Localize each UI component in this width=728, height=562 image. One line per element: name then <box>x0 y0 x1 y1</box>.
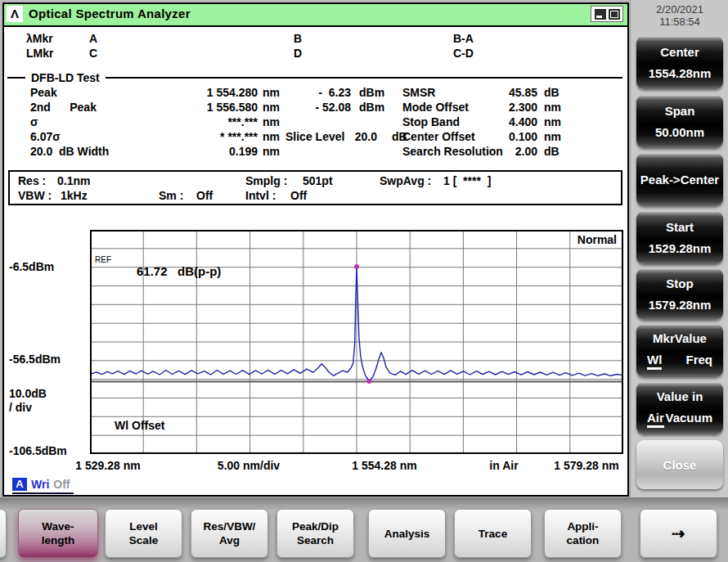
more-menus-arrow-button[interactable]: ⇢ <box>640 509 717 558</box>
x-axis-center-wavelength: 1 554.28 nm <box>336 459 433 472</box>
peak-power: - 6.23 <box>284 86 351 99</box>
marker-d: D <box>294 47 302 60</box>
offscreen-button-edge <box>0 509 7 558</box>
value-in-medium-toggle-button[interactable]: Value in Air Vacuum <box>636 382 723 434</box>
sampling-label: Smplg : <box>245 174 287 187</box>
ref-tag: REF <box>95 255 111 264</box>
analysis-section-divider: DFB-LD Test <box>7 71 622 84</box>
x-axis-start-wavelength: 1 529.28 nm <box>60 459 156 472</box>
marker-a: A <box>89 32 97 45</box>
y-axis-ref-level: -6.5dBm <box>9 260 54 273</box>
stop-band-unit: nm <box>544 115 561 128</box>
six-sigma-label: 6.07σ <box>30 130 61 143</box>
wavelength-marker-row: λMkr A B B-A <box>4 32 627 47</box>
level-marker-label: LMkr <box>26 47 53 60</box>
db-width-label: 20.0 dB Width <box>30 145 109 158</box>
x-axis-stop-wavelength: 1 579.28 nm <box>538 459 635 472</box>
marker-value-toggle-button[interactable]: MkrValue Wl Freq <box>636 324 723 377</box>
y-axis-mid-level: -56.5dBm <box>9 353 61 366</box>
mode-offset-unit: nm <box>544 101 561 114</box>
six-sigma-value: * ***.*** <box>143 130 258 143</box>
second-peak-wavelength-unit: nm <box>263 101 280 114</box>
trace-write-mode: Wri <box>31 478 49 491</box>
minimize-icon[interactable] <box>595 9 606 20</box>
second-peak-power-unit: dBm <box>359 101 384 114</box>
maximize-icon[interactable] <box>609 9 620 20</box>
ref-peak-to-peak-value: 61.72 dB(p-p) <box>137 264 221 278</box>
trace-status: Off <box>53 478 70 491</box>
value-in-air-option[interactable]: Air <box>647 411 664 428</box>
marker-value-wavelength-option[interactable]: Wl <box>647 353 662 370</box>
y-axis-bottom-level: -106.5dBm <box>9 444 67 457</box>
level-marker-row: LMkr C D C-D <box>4 47 627 61</box>
measurement-row-2nd-peak: 2nd Peak 1 556.580 nm - 52.08 dBm Mode O… <box>4 101 627 115</box>
measurement-row-db-width: 20.0 dB Width 0.199 nm Search Resolution… <box>4 145 627 160</box>
wavelength-offset-label: Wl Offset <box>115 419 164 432</box>
analysis-menu-button[interactable]: Analysis <box>368 509 446 558</box>
arrow-right-icon: ⇢ <box>672 527 685 541</box>
lambda-marker-label: λMkr <box>26 32 53 45</box>
sigma-value: ***.*** <box>143 115 258 128</box>
vbw-value: 1kHz <box>61 189 88 202</box>
center-offset-value: 0.100 <box>446 130 537 143</box>
marker-b-a: B-A <box>453 32 474 45</box>
stop-band-value: 4.400 <box>446 115 537 128</box>
title-bar: Λ Optical Spectrum Analyzer <box>4 4 627 27</box>
y-axis-scale-per-div: / div <box>9 401 32 414</box>
marker-value-frequency-option[interactable]: Freq <box>685 353 712 370</box>
wavelength-menu-button[interactable]: Wave- length <box>18 509 98 558</box>
center-offset-unit: nm <box>544 130 561 143</box>
peak-dip-search-menu-button[interactable]: Peak/Dip Search <box>276 509 354 558</box>
sampling-value: 501pt <box>303 174 333 187</box>
db-width-value: 0.199 <box>143 145 258 158</box>
peak-power-unit: dBm <box>359 86 384 99</box>
smoothing-label: Sm : <box>159 189 183 202</box>
close-button[interactable]: Close <box>636 440 723 489</box>
center-wavelength-button[interactable]: Center 1554.28nm <box>636 36 723 89</box>
function-key-bar: Wave- length Level Scale Res/VBW/ Avg Pe… <box>0 497 728 562</box>
sweep-settings-box: Res : 0.1nm Smplg : 501pt SwpAvg : 1 [ *… <box>8 170 622 205</box>
res-value: 0.1nm <box>57 174 90 187</box>
start-wavelength-button[interactable]: Start 1529.28nm <box>636 211 723 264</box>
search-resolution-value: 2.00 <box>446 145 537 158</box>
y-axis-scale: 10.0dB <box>9 387 47 400</box>
marker-c: C <box>89 47 97 60</box>
smsr-value: 45.85 <box>446 86 537 99</box>
six-sigma-unit: nm <box>263 130 280 143</box>
x-axis-labels: 1 529.28 nm 5.00 nm/div 1 554.28 nm in A… <box>4 459 627 473</box>
peak-label: Peak <box>30 86 57 99</box>
spectrum-plot: Normal REF 61.72 dB(p-p) Wl Offset <box>90 230 623 454</box>
span-button[interactable]: Span 50.00nm <box>636 95 723 148</box>
measurement-row-peak: Peak 1 554.280 nm - 6.23 dBm SMSR 45.85 … <box>4 86 627 101</box>
window-controls <box>591 6 623 22</box>
measurement-row-6sigma: 6.07σ * ***.*** nm Slice Level 20.0 dB C… <box>4 130 627 145</box>
sweep-avg-value: 1 [ **** ] <box>443 174 491 187</box>
datetime-display: 2/20/2021 11:58:54 <box>639 3 721 28</box>
trace-menu-button[interactable]: Trace <box>454 509 532 558</box>
res-label: Res : <box>18 174 46 187</box>
softkey-sidebar: 2/20/2021 11:58:54 Center 1554.28nm Span… <box>630 0 728 497</box>
mode-offset-value: 2.300 <box>446 101 537 114</box>
marker-b: B <box>294 32 302 45</box>
res-vbw-avg-menu-button[interactable]: Res/VBW/ Avg <box>191 509 268 558</box>
db-width-unit: nm <box>263 145 280 158</box>
active-trace-indicator[interactable]: A Wri Off <box>12 478 74 494</box>
app-logo-icon: Λ <box>7 6 23 22</box>
interval-value: Off <box>290 189 307 202</box>
x-axis-medium-label: in Air <box>479 459 529 472</box>
slice-level-value: 20.0 <box>338 130 377 143</box>
analysis-section-title: DFB-LD Test <box>25 71 106 84</box>
stop-wavelength-button[interactable]: Stop 1579.28nm <box>636 268 723 320</box>
value-in-vacuum-option[interactable]: Vacuum <box>665 411 712 428</box>
application-menu-button[interactable]: Appli- cation <box>544 509 622 558</box>
sweep-avg-label: SwpAvg : <box>380 174 431 187</box>
sigma-unit: nm <box>263 115 280 128</box>
interval-label: Intvl : <box>245 189 276 202</box>
peak-to-center-button[interactable]: Peak->Center <box>636 153 723 206</box>
time-text: 11:58:54 <box>639 16 721 28</box>
trace-mode-label: Normal <box>577 233 617 246</box>
second-peak-wavelength: 1 556.580 <box>143 101 258 114</box>
marker-c-d: C-D <box>453 47 474 60</box>
level-scale-menu-button[interactable]: Level Scale <box>105 509 182 558</box>
smoothing-value: Off <box>196 189 213 202</box>
